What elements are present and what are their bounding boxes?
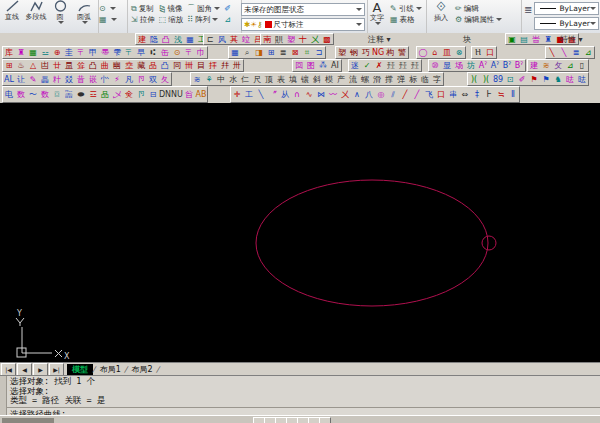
toolbar-icon[interactable]: ✗ [373,60,385,71]
toolbar-icon[interactable]: ▦ [184,34,196,44]
status-toggle-button[interactable] [319,417,331,423]
toolbar-icon[interactable]: ▣ [506,34,518,44]
toolbar-icon[interactable]: 㣺 [99,73,111,85]
mirror-button[interactable]: ⧎镜像 [159,3,184,14]
toolbar-icon[interactable]: 攵 [552,60,564,71]
toolbar-icon[interactable]: AI [329,60,341,71]
hatch-button[interactable]: ▦ [99,14,127,25]
drawing-svg[interactable]: Y X [0,103,600,362]
toolbar-icon[interactable]: ∿ [303,87,315,102]
toolbar-icon[interactable]: 风 [216,34,228,44]
toolbar-icon[interactable]: 八 [363,87,375,102]
toolbar-icon[interactable]: 从 [279,87,291,102]
linetype-dropdown[interactable]: ByLayer [534,2,599,15]
toolbar-icon[interactable]: ⊗ [453,47,465,58]
ribbon-group-label[interactable]: 块 [463,34,471,45]
toolbar-icon[interactable]: 建 [136,34,148,44]
toolbar-icon[interactable]: ≋ [540,60,552,71]
toolbar-icon[interactable]: 拝 [207,60,219,71]
toolbar-icon[interactable]: 巧 [360,47,372,58]
toolbar-icon[interactable]: 〜 [27,87,39,102]
toolbar-icon[interactable]: ╲ [546,47,558,58]
circle-button[interactable]: 圆 [48,0,72,32]
toolbar-icon[interactable]: ⚑ [528,73,540,85]
line-button[interactable]: 直线 [0,0,24,32]
toolbar-icon[interactable]: 㫢 [576,73,588,85]
toolbar-icon[interactable]: ⊡ [504,73,516,85]
toolbar-icon[interactable]: ⫽ [387,87,399,102]
toolbar-icon[interactable]: 工 [243,87,255,102]
toolbar-icon[interactable]: ◨ [253,47,265,58]
toolbar-icon[interactable]: 卪 [135,73,147,85]
toolbar-icon[interactable]: 圭 [63,47,75,58]
toolbar-icon[interactable]: ⚑ [540,73,552,85]
toolbar-icon[interactable]: 临 [419,73,431,85]
toolbar-icon[interactable]: 曲 [99,60,111,71]
toolbar-icon[interactable]: ✓ [361,60,373,71]
drawing-canvas[interactable]: Y X [0,103,600,362]
toolbar-icon[interactable]: ⬬ [75,87,87,102]
toolbar-icon[interactable]: 昷 [63,60,75,71]
toolbar-icon[interactable]: 昔 [75,73,87,85]
layer-dropdown[interactable]: ✱ ☀ ⚷ 尺寸标注 [241,18,365,31]
toolbar-icon[interactable]: ✎ [27,73,39,85]
toolbar-icon[interactable]: ⊙ [171,47,183,58]
table-button[interactable]: 表格▦表格 [390,14,422,25]
toolbar-icon[interactable]: 隐 [148,34,160,44]
toolbar-icon[interactable]: 口 [484,47,496,58]
toolbar-icon[interactable]: ⌂ [429,47,441,58]
toolbar-icon[interactable]: 表 [275,73,287,85]
toolbar-icon[interactable]: 水 [227,73,239,85]
toolbar-icon[interactable]: 让 [15,73,27,85]
chevron-down-icon[interactable] [82,21,88,24]
toolbar-icon[interactable]: 产 [335,73,347,85]
toolbar-icon[interactable]: 巾 [195,47,207,58]
toolbar-icon[interactable]: 场 [453,60,465,71]
toolbar-icon[interactable]: 流 [347,73,359,85]
toolbar-icon[interactable]: ╱ [399,87,411,102]
toolbar-icon[interactable]: ‡ [471,87,483,102]
toolbar-icon[interactable]: NG [372,47,384,58]
toolbar-icon[interactable]: 钢 [348,47,360,58]
toolbar-icon[interactable]: 〰 [327,87,339,102]
toolbar-icon[interactable]: ⌼ [51,87,63,102]
toolbar-icon[interactable]: 塑 [285,34,297,44]
toolbar-icon[interactable]: ⇔ [459,87,471,102]
toolbar-icon[interactable]: ⊐ [313,47,325,58]
toolbar-icon[interactable]: ♞ [552,73,564,85]
toolbar-icon[interactable]: ⑩ [429,60,441,71]
toolbar-icon[interactable]: ▯ [576,60,588,71]
toolbar-icon[interactable]: 籵 [51,73,63,85]
toolbar-icon[interactable]: 噐 [63,87,75,102]
toolbar-icon[interactable]: 尺 [251,73,263,85]
toolbar-icon[interactable]: 嵌 [87,73,99,85]
toolbar-icon[interactable]: 㠭 [409,60,421,71]
measure-button[interactable]: ⊿ [224,14,233,25]
text-button[interactable]: A 文字 [364,1,390,33]
toolbar-icon[interactable]: ⊞ [3,60,15,71]
toolbar-icon[interactable]: 㠭 [385,60,397,71]
toolbar-icon[interactable]: ◎ [375,87,387,102]
toolbar-icon[interactable]: 峕 [530,34,542,44]
toolbar-icon[interactable]: 建 [528,60,540,71]
toolbar-icon[interactable]: 中 [215,73,227,85]
toolbar-icon[interactable]: 斜 [311,73,323,85]
toolbar-icon[interactable]: 图 [305,60,317,71]
copy-button[interactable]: ⧉复制 [131,3,155,14]
toolbar-icon[interactable]: 〒 [183,47,195,58]
toolbar-icon[interactable]: 镶 [299,73,311,85]
toolbar-icon[interactable]: 㑒 [123,87,135,102]
toolbar-icon[interactable]: 库 [3,47,15,58]
toolbar-icon[interactable]: ⚍ [39,47,51,58]
toolbar-icon[interactable]: Ⱶ [483,87,495,102]
toolbar-icon[interactable]: 缶 [159,47,171,58]
toolbar-icon[interactable]: 凸 [159,60,171,71]
layer-state-dropdown[interactable]: 未保存的图层状态 [241,3,365,16]
toolbar-icon[interactable]: ⊏ [204,34,216,44]
toolbar-icon[interactable]: ⊞ [265,47,277,58]
toolbar-icon[interactable]: 口 [435,87,447,102]
toolbar-icon[interactable]: ╱ [411,87,423,102]
toolbar-icon[interactable]: ≣ [277,47,289,58]
lineweight-dropdown[interactable]: ByLayer [534,17,599,30]
toolbar-icon[interactable]: ⊕ [51,47,63,58]
